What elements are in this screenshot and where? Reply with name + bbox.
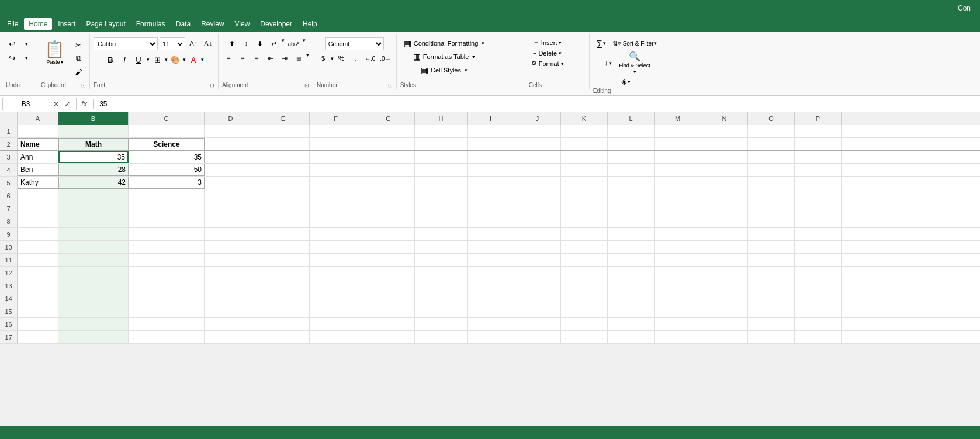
cell-n16[interactable] <box>701 318 748 330</box>
increase-font-button[interactable]: A↑ <box>187 37 200 50</box>
cell-c11[interactable] <box>129 254 205 266</box>
wrap-text-button[interactable]: ↵ <box>268 37 281 50</box>
cell-h16[interactable] <box>415 318 468 330</box>
col-header-m[interactable]: M <box>655 112 701 125</box>
cell-o3[interactable] <box>748 151 795 163</box>
align-center-button[interactable]: ≡ <box>236 52 249 65</box>
cell-b11[interactable] <box>58 254 129 266</box>
cell-e11[interactable] <box>257 254 310 266</box>
cell-p3[interactable] <box>795 151 842 163</box>
merge-dropdown[interactable]: ▾ <box>306 52 309 65</box>
cell-k2[interactable] <box>561 138 608 150</box>
cell-e10[interactable] <box>257 241 310 253</box>
accounting-format-button[interactable]: $ <box>317 52 330 65</box>
orientation-dropdown[interactable]: ▾ <box>303 37 306 50</box>
cell-l2[interactable] <box>608 138 655 150</box>
cell-reference-box[interactable] <box>2 98 49 110</box>
cell-d4[interactable] <box>205 164 257 176</box>
cell-l1[interactable] <box>608 125 655 137</box>
cell-n4[interactable] <box>701 164 748 176</box>
cell-f16[interactable] <box>310 318 362 330</box>
cell-p9[interactable] <box>795 228 842 240</box>
cell-d11[interactable] <box>205 254 257 266</box>
cell-p7[interactable] <box>795 202 842 215</box>
cell-n11[interactable] <box>701 254 748 266</box>
cell-n2[interactable] <box>701 138 748 150</box>
cell-f3[interactable] <box>310 151 362 163</box>
cell-m7[interactable] <box>655 202 701 215</box>
cell-p11[interactable] <box>795 254 842 266</box>
cell-g6[interactable] <box>362 189 415 202</box>
cell-f10[interactable] <box>310 241 362 253</box>
cell-d9[interactable] <box>205 228 257 240</box>
row-num-12[interactable]: 12 <box>0 267 18 279</box>
cell-f7[interactable] <box>310 202 362 215</box>
cell-a15[interactable] <box>18 305 58 317</box>
cell-b12[interactable] <box>58 267 129 279</box>
cell-b6[interactable] <box>58 189 129 202</box>
fill-button[interactable]: ↓ ▾ <box>600 58 616 68</box>
menu-review[interactable]: Review <box>196 18 228 30</box>
font-size-select[interactable]: 11 <box>160 37 185 50</box>
cell-b14[interactable] <box>58 292 129 305</box>
cell-c5[interactable]: 3 <box>129 177 205 189</box>
cell-a11[interactable] <box>18 254 58 266</box>
copy-button[interactable]: ⧉ <box>72 52 85 65</box>
col-header-p[interactable]: P <box>795 112 842 125</box>
cell-b15[interactable] <box>58 305 129 317</box>
cell-l8[interactable] <box>608 215 655 227</box>
cell-f2[interactable] <box>310 138 362 150</box>
cell-c9[interactable] <box>129 228 205 240</box>
cell-l9[interactable] <box>608 228 655 240</box>
cell-j13[interactable] <box>514 279 561 292</box>
cell-l10[interactable] <box>608 241 655 253</box>
row-num-14[interactable]: 14 <box>0 292 18 305</box>
cell-l4[interactable] <box>608 164 655 176</box>
bold-button[interactable]: B <box>104 53 117 66</box>
sort-filter-button[interactable]: ⇅▿ Sort & Filter ▾ <box>611 39 659 48</box>
cell-d5[interactable] <box>205 177 257 189</box>
cell-e13[interactable] <box>257 279 310 292</box>
cell-e15[interactable] <box>257 305 310 317</box>
cell-a6[interactable] <box>18 189 58 202</box>
cell-m4[interactable] <box>655 164 701 176</box>
col-header-o[interactable]: O <box>748 112 795 125</box>
cell-m15[interactable] <box>655 305 701 317</box>
cell-o6[interactable] <box>748 189 795 202</box>
cell-m6[interactable] <box>655 189 701 202</box>
cell-m14[interactable] <box>655 292 701 305</box>
cell-g15[interactable] <box>362 305 415 317</box>
cell-h13[interactable] <box>415 279 468 292</box>
cell-m1[interactable] <box>655 125 701 137</box>
cell-m11[interactable] <box>655 254 701 266</box>
cell-j8[interactable] <box>514 215 561 227</box>
clear-dropdown[interactable]: ▾ <box>628 79 631 85</box>
cell-k7[interactable] <box>561 202 608 215</box>
row-num-15[interactable]: 15 <box>0 305 18 317</box>
formula-input[interactable] <box>97 98 978 110</box>
cell-f9[interactable] <box>310 228 362 240</box>
cell-h14[interactable] <box>415 292 468 305</box>
format-painter-button[interactable]: 🖌 <box>72 65 85 78</box>
cell-k16[interactable] <box>561 318 608 330</box>
cell-g14[interactable] <box>362 292 415 305</box>
row-num-13[interactable]: 13 <box>0 279 18 292</box>
cell-e12[interactable] <box>257 267 310 279</box>
cell-f17[interactable] <box>310 331 362 343</box>
percent-button[interactable]: % <box>335 52 348 65</box>
cell-g1[interactable] <box>362 125 415 137</box>
cell-b5[interactable]: 42 <box>58 177 129 189</box>
cell-o17[interactable] <box>748 331 795 343</box>
number-format-select[interactable]: General <box>325 37 384 50</box>
cell-j9[interactable] <box>514 228 561 240</box>
row-num-16[interactable]: 16 <box>0 318 18 330</box>
cell-i2[interactable] <box>468 138 514 150</box>
cell-k14[interactable] <box>561 292 608 305</box>
cell-a10[interactable] <box>18 241 58 253</box>
col-header-i[interactable]: I <box>468 112 514 125</box>
cell-i13[interactable] <box>468 279 514 292</box>
fill-dropdown[interactable]: ▾ <box>183 57 186 63</box>
cell-h5[interactable] <box>415 177 468 189</box>
cell-j1[interactable] <box>514 125 561 137</box>
cell-p12[interactable] <box>795 267 842 279</box>
